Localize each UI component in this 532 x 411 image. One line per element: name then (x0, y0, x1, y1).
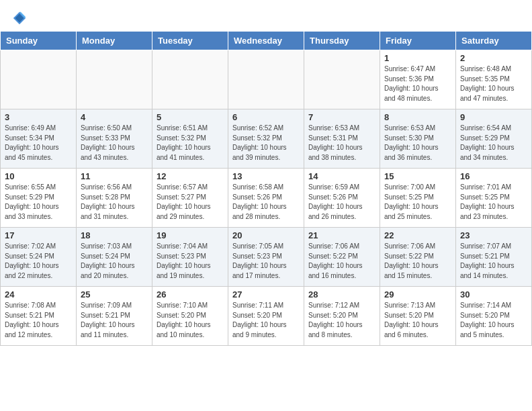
calendar-cell: 8Sunrise: 6:53 AM Sunset: 5:30 PM Daylig… (380, 109, 456, 169)
calendar-day-header: Friday (380, 32, 456, 50)
calendar-cell: 10Sunrise: 6:55 AM Sunset: 5:29 PM Dayli… (1, 169, 77, 228)
day-info: Sunrise: 7:01 AM Sunset: 5:25 PM Dayligh… (460, 183, 527, 222)
calendar-week-row: 17Sunrise: 7:02 AM Sunset: 5:24 PM Dayli… (1, 228, 532, 287)
calendar-day-header: Monday (77, 32, 152, 50)
day-info: Sunrise: 7:14 AM Sunset: 5:20 PM Dayligh… (460, 301, 527, 340)
calendar-cell (304, 50, 380, 109)
calendar-cell: 5Sunrise: 6:51 AM Sunset: 5:32 PM Daylig… (152, 109, 228, 169)
day-number: 15 (384, 171, 451, 181)
day-info: Sunrise: 6:56 AM Sunset: 5:28 PM Dayligh… (81, 183, 148, 222)
day-info: Sunrise: 7:10 AM Sunset: 5:20 PM Dayligh… (157, 301, 224, 340)
calendar-cell (77, 50, 152, 109)
calendar-day-header: Thursday (304, 32, 380, 50)
day-number: 27 (232, 289, 300, 300)
day-number: 17 (5, 230, 72, 240)
day-number: 4 (81, 112, 148, 122)
page-header (0, 0, 532, 31)
calendar-cell (152, 50, 228, 109)
day-info: Sunrise: 6:51 AM Sunset: 5:32 PM Dayligh… (157, 124, 224, 163)
calendar-cell: 11Sunrise: 6:56 AM Sunset: 5:28 PM Dayli… (77, 169, 152, 228)
day-info: Sunrise: 6:48 AM Sunset: 5:35 PM Dayligh… (460, 64, 527, 103)
day-info: Sunrise: 6:59 AM Sunset: 5:26 PM Dayligh… (308, 183, 375, 222)
calendar-header-row: SundayMondayTuesdayWednesdayThursdayFrid… (1, 32, 532, 50)
calendar-cell: 3Sunrise: 6:49 AM Sunset: 5:34 PM Daylig… (1, 109, 77, 169)
day-info: Sunrise: 7:09 AM Sunset: 5:21 PM Dayligh… (81, 301, 148, 340)
calendar-table: SundayMondayTuesdayWednesdayThursdayFrid… (0, 31, 532, 346)
calendar-cell: 22Sunrise: 7:06 AM Sunset: 5:22 PM Dayli… (380, 228, 456, 287)
day-number: 29 (384, 289, 451, 300)
day-info: Sunrise: 6:55 AM Sunset: 5:29 PM Dayligh… (5, 183, 72, 222)
calendar-day-header: Wednesday (228, 32, 304, 50)
calendar-cell: 25Sunrise: 7:09 AM Sunset: 5:21 PM Dayli… (77, 287, 152, 346)
calendar-cell: 12Sunrise: 6:57 AM Sunset: 5:27 PM Dayli… (152, 169, 228, 228)
day-info: Sunrise: 7:06 AM Sunset: 5:22 PM Dayligh… (308, 242, 375, 281)
day-info: Sunrise: 7:11 AM Sunset: 5:20 PM Dayligh… (232, 301, 300, 340)
day-number: 20 (232, 230, 300, 240)
calendar-cell: 9Sunrise: 6:54 AM Sunset: 5:29 PM Daylig… (456, 109, 532, 169)
day-number: 14 (308, 171, 375, 181)
day-number: 1 (384, 53, 451, 63)
day-info: Sunrise: 6:54 AM Sunset: 5:29 PM Dayligh… (460, 124, 527, 163)
calendar-cell: 19Sunrise: 7:04 AM Sunset: 5:23 PM Dayli… (152, 228, 228, 287)
day-info: Sunrise: 6:53 AM Sunset: 5:30 PM Dayligh… (384, 124, 451, 163)
calendar-week-row: 3Sunrise: 6:49 AM Sunset: 5:34 PM Daylig… (1, 109, 532, 169)
day-info: Sunrise: 6:49 AM Sunset: 5:34 PM Dayligh… (5, 124, 72, 163)
calendar-cell: 7Sunrise: 6:53 AM Sunset: 5:31 PM Daylig… (304, 109, 380, 169)
day-number: 8 (384, 112, 451, 122)
day-number: 19 (157, 230, 224, 240)
calendar-cell: 29Sunrise: 7:13 AM Sunset: 5:20 PM Dayli… (380, 287, 456, 346)
logo-icon (12, 11, 27, 26)
calendar-cell: 18Sunrise: 7:03 AM Sunset: 5:24 PM Dayli… (77, 228, 152, 287)
calendar-cell: 23Sunrise: 7:07 AM Sunset: 5:21 PM Dayli… (456, 228, 532, 287)
calendar-day-header: Sunday (1, 32, 77, 50)
calendar-week-row: 1Sunrise: 6:47 AM Sunset: 5:36 PM Daylig… (1, 50, 532, 109)
day-info: Sunrise: 7:04 AM Sunset: 5:23 PM Dayligh… (157, 242, 224, 281)
calendar-week-row: 24Sunrise: 7:08 AM Sunset: 5:21 PM Dayli… (1, 287, 532, 346)
day-info: Sunrise: 6:58 AM Sunset: 5:26 PM Dayligh… (232, 183, 300, 222)
day-info: Sunrise: 6:53 AM Sunset: 5:31 PM Dayligh… (308, 124, 375, 163)
day-number: 26 (157, 289, 224, 300)
day-info: Sunrise: 7:05 AM Sunset: 5:23 PM Dayligh… (232, 242, 300, 281)
day-number: 11 (81, 171, 148, 181)
calendar-cell: 21Sunrise: 7:06 AM Sunset: 5:22 PM Dayli… (304, 228, 380, 287)
day-info: Sunrise: 7:13 AM Sunset: 5:20 PM Dayligh… (384, 301, 451, 340)
day-number: 13 (232, 171, 300, 181)
calendar-day-header: Saturday (456, 32, 532, 50)
day-number: 3 (5, 112, 72, 122)
calendar-cell: 4Sunrise: 6:50 AM Sunset: 5:33 PM Daylig… (77, 109, 152, 169)
calendar-week-row: 10Sunrise: 6:55 AM Sunset: 5:29 PM Dayli… (1, 169, 532, 228)
calendar-cell: 2Sunrise: 6:48 AM Sunset: 5:35 PM Daylig… (456, 50, 532, 109)
calendar-cell: 1Sunrise: 6:47 AM Sunset: 5:36 PM Daylig… (380, 50, 456, 109)
day-info: Sunrise: 7:03 AM Sunset: 5:24 PM Dayligh… (81, 242, 148, 281)
day-number: 21 (308, 230, 375, 240)
calendar-cell: 27Sunrise: 7:11 AM Sunset: 5:20 PM Dayli… (228, 287, 304, 346)
calendar-cell (1, 50, 77, 109)
day-number: 18 (81, 230, 148, 240)
day-info: Sunrise: 6:47 AM Sunset: 5:36 PM Dayligh… (384, 64, 451, 103)
day-info: Sunrise: 6:57 AM Sunset: 5:27 PM Dayligh… (157, 183, 224, 222)
day-number: 10 (5, 171, 72, 181)
day-number: 24 (5, 289, 72, 300)
calendar-cell: 24Sunrise: 7:08 AM Sunset: 5:21 PM Dayli… (1, 287, 77, 346)
day-number: 30 (460, 289, 527, 300)
calendar-cell: 30Sunrise: 7:14 AM Sunset: 5:20 PM Dayli… (456, 287, 532, 346)
day-number: 6 (232, 112, 300, 122)
day-number: 23 (460, 230, 527, 240)
calendar-cell: 6Sunrise: 6:52 AM Sunset: 5:32 PM Daylig… (228, 109, 304, 169)
day-info: Sunrise: 7:08 AM Sunset: 5:21 PM Dayligh… (5, 301, 72, 340)
day-number: 25 (81, 289, 148, 300)
logo (11, 11, 27, 26)
day-number: 7 (308, 112, 375, 122)
day-info: Sunrise: 7:06 AM Sunset: 5:22 PM Dayligh… (384, 242, 451, 281)
day-number: 22 (384, 230, 451, 240)
calendar-cell: 14Sunrise: 6:59 AM Sunset: 5:26 PM Dayli… (304, 169, 380, 228)
day-info: Sunrise: 7:12 AM Sunset: 5:20 PM Dayligh… (308, 301, 375, 340)
calendar-cell: 28Sunrise: 7:12 AM Sunset: 5:20 PM Dayli… (304, 287, 380, 346)
calendar-day-header: Tuesday (152, 32, 228, 50)
day-info: Sunrise: 6:52 AM Sunset: 5:32 PM Dayligh… (232, 124, 300, 163)
day-number: 5 (157, 112, 224, 122)
day-number: 12 (157, 171, 224, 181)
calendar-cell: 26Sunrise: 7:10 AM Sunset: 5:20 PM Dayli… (152, 287, 228, 346)
day-number: 28 (308, 289, 375, 300)
day-number: 2 (460, 53, 527, 63)
